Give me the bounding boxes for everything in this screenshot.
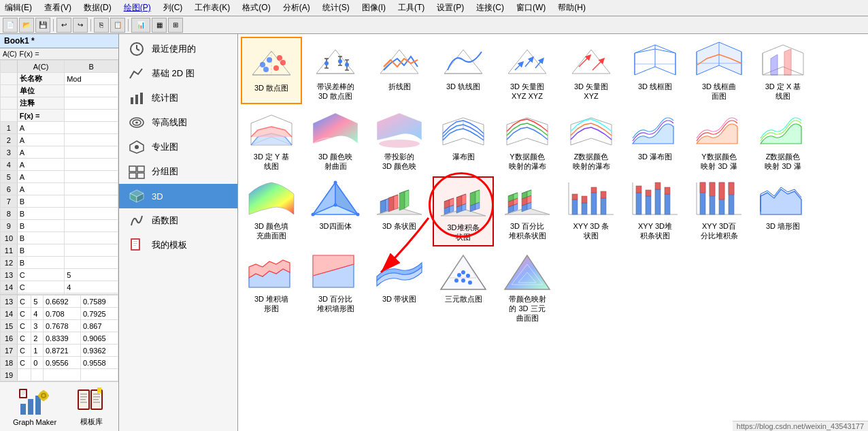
chart-item-3d-bar[interactable]: 3D 条状图 (369, 176, 430, 246)
menu-format[interactable]: 格式(O) (240, 1, 272, 14)
chart-item-3d-shadow-colormap[interactable]: 带投影的3D 颜色映 (369, 107, 430, 174)
col-header-a[interactable]: A(C) (17, 61, 64, 73)
chart-item-3d-100-stacked-bar[interactable]: 3D 百分比堆积条状图 (497, 176, 558, 246)
svg-marker-74 (380, 50, 418, 74)
svg-rect-49 (133, 243, 137, 244)
toolbar-graph[interactable]: 📊 (131, 18, 150, 33)
chart-item-3d-colormap-fill[interactable]: 3D 颜色填充曲面图 (241, 176, 302, 246)
clock-icon (127, 41, 146, 57)
chart-item-y-3d-waterfall[interactable]: Y数据颜色映射 3D 瀑 (688, 107, 750, 174)
chart-item-3d-scatter-ternary[interactable]: 三元散点图 (433, 249, 494, 326)
chart-item-3d-wireframe[interactable]: 3D 线框图 (624, 37, 686, 104)
col-header-b[interactable]: B (65, 61, 118, 73)
svg-rect-39 (129, 166, 136, 172)
svg-rect-13 (21, 393, 25, 394)
svg-rect-170 (591, 187, 597, 193)
svg-point-57 (280, 60, 286, 65)
sidebar-item-3d[interactable]: 3D (119, 184, 237, 208)
group-icon (127, 163, 146, 180)
chart-item-3d-ribbon[interactable]: 3D 带状图 (369, 249, 430, 326)
function-icon (127, 212, 146, 229)
menu-window[interactable]: 窗口(W) (514, 1, 548, 14)
toolbar-undo[interactable]: ↩ (56, 18, 71, 33)
menu-data[interactable]: 数据(D) (82, 1, 114, 14)
toolbar-matrix[interactable]: ⊞ (168, 18, 183, 33)
chart-thumb-3d-wall (757, 179, 809, 220)
chart-grid: 3D 散点图 (241, 37, 865, 326)
menu-view[interactable]: 查看(V) (42, 1, 73, 14)
chart-item-3d-waterfall[interactable]: 3D 瀑布图 (624, 107, 686, 174)
chart-item-3d-colormap-surface[interactable]: 3D 颜色映射曲面 (305, 107, 366, 174)
chart-item-z-colormap-waterfall[interactable]: Z数据颜色映射的瀑布 (561, 107, 622, 174)
menubar: 编辑(E) 查看(V) 数据(D) 绘图(P) 列(C) 工作表(K) 格式(O… (0, 0, 868, 16)
chart-item-3d-vector-xyz[interactable]: 3D 矢量图XYZ XYZ (497, 37, 558, 104)
sidebar-item-function[interactable]: 函数图 (119, 208, 237, 233)
svg-point-59 (277, 55, 282, 61)
chart-item-3d-trajectory[interactable]: 3D 轨线图 (433, 37, 494, 104)
sidebar-item-basic2d[interactable]: 基础 2D 图 (119, 61, 237, 86)
sidebar-item-professional[interactable]: 专业图 (119, 135, 237, 159)
chart-item-xyy-3d-stacked[interactable]: XYY 3D堆积条状图 (624, 176, 686, 246)
chart-item-3d-wireframe-surface[interactable]: 3D 线框曲面图 (688, 37, 750, 104)
menu-connect[interactable]: 连接(C) (474, 1, 506, 14)
toolbar-table[interactable]: ▦ (152, 18, 167, 33)
svg-rect-31 (131, 97, 133, 104)
menu-analysis[interactable]: 分析(A) (281, 1, 312, 14)
sidebar-item-stats[interactable]: 统计图 (119, 86, 237, 110)
menu-image[interactable]: 图像(I) (360, 1, 388, 14)
chart-item-3d-100-stacked-wall[interactable]: 3D 百分比堆积墙形图 (305, 249, 366, 326)
menu-tools[interactable]: 工具(T) (396, 1, 427, 14)
chart-item-3d-tetrahedron[interactable]: 3D四面体 (305, 176, 366, 246)
sidebar-item-recent[interactable]: 最近使用的 (119, 37, 237, 61)
sidebar-item-mytemplate[interactable]: 我的模板 (119, 233, 237, 257)
chart-item-xyy-3d-bar[interactable]: XYY 3D 条状图 (561, 176, 622, 246)
sidebar-item-contour[interactable]: 等高线图 (119, 110, 237, 135)
chart-item-3d-scatter-err[interactable]: 带误差棒的3D 散点图 (305, 37, 366, 104)
chart-item-3d-basex[interactable]: 3D 定 X 基线图 (752, 37, 814, 104)
statusbar: https://blog.csdn.net/weixin_43543177 (733, 421, 868, 431)
template-library-button[interactable]: 模板库 (77, 387, 105, 427)
svg-rect-188 (710, 182, 715, 196)
chart-label-3d-wireframe-surface: 3D 线框曲面图 (702, 82, 736, 101)
chart-thumb-3d-wireframe-surface (693, 39, 745, 80)
chart-item-y-colormap-waterfall[interactable]: Y数据颜色映射的瀑布 (497, 107, 558, 174)
chart-label-3d-vector-xyz2: 3D 矢量图XYZ (574, 82, 608, 101)
toolbar-paste[interactable]: 📋 (110, 18, 125, 33)
menu-settings[interactable]: 设置(P) (435, 1, 466, 14)
graph-maker-button[interactable]: Graph Maker (13, 389, 56, 426)
chart-item-xyy-3d-100-stacked[interactable]: XYY 3D百分比堆积条 (688, 176, 750, 246)
svg-marker-120 (394, 195, 398, 210)
menu-help[interactable]: 帮助(H) (556, 1, 588, 14)
sidebar-item-group[interactable]: 分组图 (119, 159, 237, 184)
toolbar-open[interactable]: 📂 (19, 18, 34, 33)
menu-worksheet[interactable]: 工作表(K) (193, 1, 232, 14)
chart-label-z-3d-waterfall: Z数据颜色映射 3D 瀑 (765, 152, 801, 172)
chart-item-3d-stacked-wall[interactable]: 3D 堆积墙形图 (241, 249, 302, 326)
svg-rect-25 (93, 399, 99, 400)
chart-item-3d-ternary-colormap[interactable]: 带颜色映射的 3D 三元曲面图 (497, 249, 558, 326)
chart-label-xyy-3d-100-stacked: XYY 3D百分比堆积条 (701, 221, 738, 241)
chart-thumb-3d-wireframe (629, 39, 681, 80)
svg-rect-190 (719, 182, 724, 199)
toolbar-new[interactable]: 📄 (3, 18, 18, 33)
toolbar-copy[interactable]: ⎘ (94, 18, 109, 33)
chart-item-3d-stacked-bar[interactable]: 3D堆积条状图 (433, 176, 494, 246)
chart-item-3d-wall[interactable]: 3D 墙形图 (752, 176, 814, 246)
chart-item-3d-basey[interactable]: 3D 定 Y 基线图 (241, 107, 302, 174)
menu-stats[interactable]: 统计(S) (320, 1, 352, 14)
chart-thumb-z-colormap-waterfall (565, 110, 617, 150)
toolbar-redo[interactable]: ↪ (73, 18, 88, 33)
chart-thumb-3d-scatter (246, 41, 297, 82)
chart-item-z-3d-waterfall[interactable]: Z数据颜色映射 3D 瀑 (752, 107, 814, 174)
toolbar-sep3 (128, 19, 129, 31)
menu-edit[interactable]: 编辑(E) (3, 1, 34, 14)
chart-item-3d-vector-xyz2[interactable]: 3D 矢量图XYZ (561, 37, 622, 104)
svg-point-113 (356, 213, 360, 217)
menu-col[interactable]: 列(C) (161, 1, 185, 14)
chart-item-line[interactable]: 折线图 (369, 37, 430, 104)
chart-thumb-3d-vector-xyz (501, 39, 553, 80)
toolbar-save[interactable]: 💾 (35, 18, 50, 33)
chart-item-waterfall[interactable]: 瀑布图 (433, 107, 494, 174)
chart-item-3d-scatter[interactable]: 3D 散点图 (241, 37, 302, 104)
menu-plot[interactable]: 绘图(P) (122, 1, 153, 14)
